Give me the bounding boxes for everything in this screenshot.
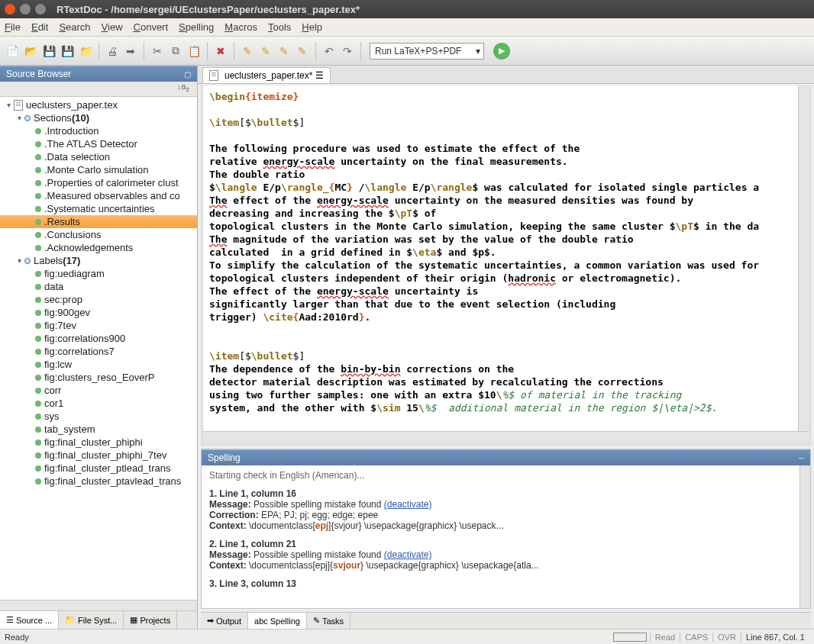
- source-browser-header: Source Browser ▢: [0, 66, 197, 82]
- run-config-select[interactable]: Run LaTeX+PS+PDF: [370, 43, 484, 60]
- menu-convert[interactable]: Convert: [134, 21, 169, 33]
- panel-min-icon[interactable]: ▢: [184, 70, 191, 79]
- bottom-tab-spelling[interactable]: abcSpelling: [248, 613, 307, 629]
- tree-section-item[interactable]: .Acknowledgements: [0, 241, 197, 254]
- status-ready: Ready: [5, 633, 29, 642]
- paste-icon[interactable]: 📋: [186, 43, 202, 59]
- deactivate-link[interactable]: (deactivate): [384, 499, 432, 510]
- tree-label-item[interactable]: fig:final_cluster_ptlead_trans: [0, 462, 197, 475]
- undo-icon[interactable]: ↶: [321, 43, 337, 59]
- menu-file[interactable]: File: [5, 21, 21, 33]
- tree-label-item[interactable]: fig:final_cluster_ptavlead_trans: [0, 475, 197, 488]
- window-minimize-icon[interactable]: [20, 4, 31, 14]
- open-folder-icon[interactable]: 📁: [78, 43, 93, 59]
- bottom-tab-output[interactable]: ➡Output: [201, 613, 248, 629]
- tree-labels[interactable]: ▾Labels (17): [0, 254, 197, 267]
- redo-icon[interactable]: ↷: [340, 43, 355, 59]
- status-caps: CAPS: [680, 633, 712, 642]
- tree-sort-icon[interactable]: ↓az: [0, 82, 197, 97]
- tree-section-item[interactable]: .Measured observables and co: [0, 189, 197, 202]
- panel-min-icon[interactable]: ─: [799, 454, 804, 462]
- export-icon[interactable]: ➡: [123, 43, 138, 59]
- tree-section-item[interactable]: .Systematic uncertainties: [0, 202, 197, 215]
- menu-macros[interactable]: Macros: [224, 21, 257, 33]
- tree-label-item[interactable]: sec:prop: [0, 293, 197, 306]
- left-tabs: ☰Source ...📁File Syst...▦Projects: [0, 610, 197, 629]
- bottom-tab-tasks[interactable]: ✎Tasks: [307, 613, 350, 629]
- spelling-panel[interactable]: Starting check in English (American)...1…: [202, 465, 799, 608]
- tree-label-item[interactable]: fig:lcw: [0, 358, 197, 371]
- tree-section-item[interactable]: .Results: [0, 215, 197, 228]
- tab-icon: ☰: [315, 70, 324, 81]
- save-icon[interactable]: 💾: [41, 43, 57, 59]
- editor-vscroll[interactable]: [798, 85, 809, 431]
- tree-label-item[interactable]: fig:final_cluster_phiphi: [0, 436, 197, 449]
- wand3-icon[interactable]: ✎: [276, 43, 292, 59]
- tree-label-item[interactable]: fig:7tev: [0, 319, 197, 332]
- tree-root[interactable]: ▾ueclusters_paper.tex: [0, 98, 197, 111]
- bottom-tabs: ➡OutputabcSpelling✎Tasks: [201, 612, 811, 629]
- tree-label-item[interactable]: corr: [0, 384, 197, 397]
- left-tab[interactable]: ☰Source ...: [0, 611, 59, 629]
- window-maximize-icon[interactable]: [35, 4, 46, 14]
- editor-area[interactable]: \begin{itemize} \item[$\bullet$] The fol…: [203, 85, 798, 431]
- tree-section-item[interactable]: .Introduction: [0, 124, 197, 137]
- document-icon: [209, 70, 218, 81]
- spelling-vscroll[interactable]: [799, 465, 810, 608]
- wand2-icon[interactable]: ✎: [258, 43, 273, 59]
- editor-hscroll[interactable]: [203, 431, 809, 443]
- tree-section-item[interactable]: .The ATLAS Detector: [0, 137, 197, 150]
- toolbar: 📄 📂 💾 💾 📁 🖨 ➡ ✂ ⧉ 📋 ✖ ✎ ✎ ✎ ✎ ↶ ↷ Run La…: [0, 37, 814, 66]
- tree-label-item[interactable]: fig:final_cluster_phiphi_7tev: [0, 449, 197, 462]
- tree-label-item[interactable]: fig:correlations7: [0, 345, 197, 358]
- tree-section-item[interactable]: .Conclusions: [0, 228, 197, 241]
- tree-label-item[interactable]: tab_system: [0, 423, 197, 436]
- wand1-icon[interactable]: ✎: [240, 43, 255, 59]
- new-file-icon[interactable]: 📄: [5, 43, 20, 59]
- deactivate-link[interactable]: (deactivate): [384, 549, 432, 560]
- tree-hscroll[interactable]: [0, 600, 197, 610]
- tree-section-item[interactable]: .Data selection: [0, 150, 197, 163]
- open-file-icon[interactable]: 📂: [23, 43, 38, 59]
- tree-label-item[interactable]: fig:900gev: [0, 306, 197, 319]
- statusbar: Ready Read CAPS OVR Line 867, Col. 1: [0, 629, 814, 644]
- menu-spelling[interactable]: Spelling: [179, 21, 214, 33]
- menu-view[interactable]: View: [102, 21, 123, 33]
- editor-tab-active[interactable]: ueclusters_paper.tex* ☰: [202, 67, 331, 83]
- spelling-header: Spelling ─: [202, 449, 810, 465]
- status-ovr: OVR: [712, 633, 741, 642]
- tree-label-item[interactable]: fig:uediagram: [0, 267, 197, 280]
- menubar: FileEditSearchViewConvertSpellingMacrosT…: [0, 18, 814, 37]
- left-tab[interactable]: ▦Projects: [124, 611, 177, 629]
- tree-sections[interactable]: ▾Sections (10): [0, 111, 197, 124]
- window-close-icon[interactable]: [5, 4, 15, 14]
- window-title: RTextDoc - /home/sergei/UEclustersPaper/…: [57, 4, 360, 15]
- print-icon[interactable]: 🖨: [105, 43, 120, 59]
- menu-search[interactable]: Search: [59, 21, 90, 33]
- tree-label-item[interactable]: cor1: [0, 397, 197, 410]
- status-block: [613, 633, 647, 642]
- cut-icon[interactable]: ✂: [150, 43, 165, 59]
- source-browser-tree[interactable]: ▾ueclusters_paper.tex▾Sections (10).Intr…: [0, 97, 197, 600]
- tree-section-item[interactable]: .Monte Carlo simulation: [0, 163, 197, 176]
- tree-section-item[interactable]: .Properties of calorimeter clust: [0, 176, 197, 189]
- tree-label-item[interactable]: sys: [0, 410, 197, 423]
- tree-label-item[interactable]: fig:clusters_reso_EoverP: [0, 371, 197, 384]
- tree-label-item[interactable]: data: [0, 280, 197, 293]
- status-read: Read: [650, 633, 680, 642]
- editor-tabs: ueclusters_paper.tex* ☰: [198, 66, 814, 84]
- menu-edit[interactable]: Edit: [31, 21, 48, 33]
- wand4-icon[interactable]: ✎: [295, 43, 310, 59]
- status-position: Line 867, Col. 1: [741, 633, 809, 642]
- copy-icon[interactable]: ⧉: [168, 43, 183, 59]
- save-all-icon[interactable]: 💾: [60, 43, 75, 59]
- menu-help[interactable]: Help: [302, 21, 322, 33]
- titlebar: RTextDoc - /home/sergei/UEclustersPaper/…: [0, 0, 814, 18]
- left-tab[interactable]: 📁File Syst...: [59, 611, 124, 629]
- run-button[interactable]: ▶: [493, 43, 510, 60]
- menu-tools[interactable]: Tools: [268, 21, 291, 33]
- tree-label-item[interactable]: fig:correlations900: [0, 332, 197, 345]
- delete-icon[interactable]: ✖: [213, 43, 228, 59]
